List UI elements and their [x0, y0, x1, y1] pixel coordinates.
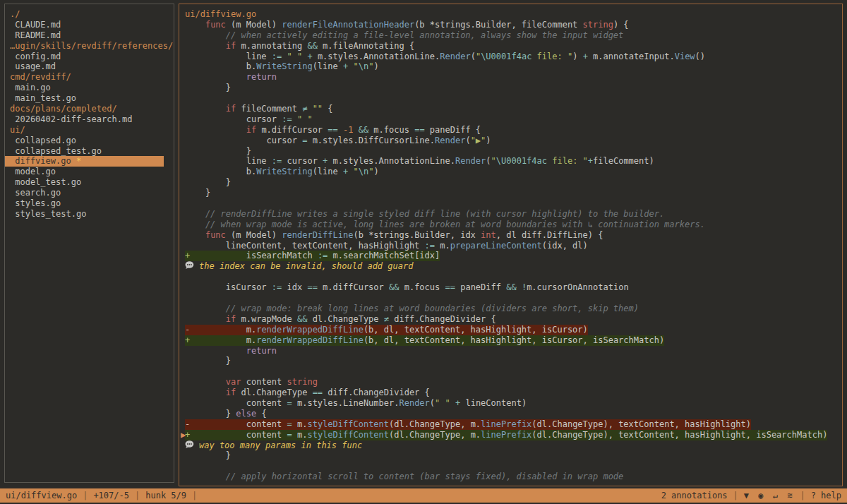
sidebar-file-item[interactable]: collapsed.go — [5, 136, 174, 146]
file-tree-pane: ./ CLAUDE.md README.md…ugin/skills/revdi… — [4, 4, 174, 483]
help-button[interactable]: ? help — [811, 491, 841, 500]
status-right: 2 annotations | ▼ ◉ ↵ ≋ | ? help — [661, 491, 841, 500]
sidebar-file-item[interactable]: model_test.go — [5, 177, 174, 188]
status-diff-stats: +107/-5 — [93, 491, 129, 500]
code-line[interactable]: var content string — [185, 377, 842, 388]
code-line[interactable]: isCursor := idx == m.diffCursor && m.foc… — [185, 282, 842, 293]
code-line[interactable]: ui/diffview.go — [185, 9, 842, 20]
code-line[interactable]: // when wrap mode is active, long lines … — [185, 220, 842, 230]
code-line[interactable]: func (m Model) renderFileAnnotationHeade… — [185, 20, 842, 30]
sidebar-dir-header[interactable]: ui/ — [5, 125, 174, 136]
app-window: ./ CLAUDE.md README.md…ugin/skills/revdi… — [0, 0, 847, 504]
status-left: ui/diffview.go | +107/-5 | hunk 5/9 | — [6, 491, 197, 500]
status-annotation-count: 2 annotations — [661, 491, 728, 500]
code-line[interactable]: content = m.styles.LineNumber.Render(" "… — [185, 398, 842, 409]
diff-view-pane[interactable]: ui/diffview.go func (m Model) renderFile… — [179, 4, 843, 486]
sidebar-file-item[interactable]: CLAUDE.md — [5, 20, 174, 30]
code-line[interactable]: return — [185, 346, 842, 356]
code-line[interactable] — [185, 93, 842, 104]
diff-add-line[interactable]: + isSearchMatch := m.searchMatchSet[idx] — [185, 251, 842, 261]
code-line[interactable]: line := " " + m.styles.AnnotationLine.Re… — [185, 52, 842, 62]
code-line[interactable]: lineContent, textContent, hasHighlight :… — [185, 241, 842, 251]
code-line[interactable]: } else { — [185, 409, 842, 419]
sidebar-dir-header[interactable]: docs/plans/completed/ — [5, 104, 174, 114]
status-bar: ui/diffview.go | +107/-5 | hunk 5/9 | 2 … — [0, 488, 847, 503]
code-line[interactable]: if m.wrapMode && dl.ChangeType ≠ diff.Ch… — [185, 314, 842, 325]
code-line[interactable]: b.WriteString(line + "\n") — [185, 61, 842, 72]
code-line[interactable]: if dl.ChangeType == diff.ChangeDivider { — [185, 388, 842, 398]
diff-add-line[interactable]: + m.renderWrappedDiffLine(b, dl, textCon… — [185, 335, 842, 346]
code-line[interactable]: } — [185, 356, 842, 366]
diff-cursor-icon: ▶ — [181, 430, 186, 440]
sidebar-file-item[interactable]: main_test.go — [5, 93, 174, 104]
code-line[interactable]: cursor := " " — [185, 114, 842, 125]
file-list: ./ CLAUDE.md README.md…ugin/skills/revdi… — [5, 9, 174, 220]
sidebar-file-item[interactable]: model.go — [5, 167, 174, 177]
code-line[interactable]: } — [185, 83, 842, 93]
code-line[interactable]: if fileComment ≠ "" { — [185, 104, 842, 114]
code-line[interactable]: } — [185, 177, 842, 188]
code-line[interactable]: } — [185, 146, 842, 157]
sidebar-file-item[interactable]: README.md — [5, 30, 174, 41]
sidebar-file-item[interactable]: 20260402-diff-search.md — [5, 114, 174, 125]
code-line[interactable] — [185, 461, 842, 472]
sidebar-file-item[interactable]: styles_test.go — [5, 209, 174, 220]
code-line[interactable]: if m.annotating && m.fileAnnotating { — [185, 41, 842, 52]
code-line[interactable] — [185, 366, 842, 377]
modified-star: * — [71, 156, 81, 166]
comment-bubble-icon — [185, 261, 195, 270]
code-line[interactable]: if m.diffCursor == -1 && m.focus == pane… — [185, 125, 842, 136]
code-line[interactable]: // wrap mode: break long lines at word b… — [185, 304, 842, 314]
annotation-text: the index can be invalid, should add gua… — [199, 261, 413, 271]
sidebar-file-item[interactable]: search.go — [5, 188, 174, 198]
code-content: ui/diffview.go func (m Model) renderFile… — [185, 9, 842, 482]
code-line[interactable]: return — [185, 72, 842, 83]
sidebar-file-item[interactable]: config.md — [5, 52, 174, 62]
code-line[interactable]: } — [185, 188, 842, 198]
code-line[interactable]: cursor = m.styles.DiffCursorLine.Render(… — [185, 136, 842, 146]
status-separator: | — [135, 491, 140, 500]
sidebar-file-item[interactable]: usage.md — [5, 61, 174, 72]
annotation-text: way too many params in this func — [199, 440, 362, 450]
code-line[interactable]: func (m Model) renderDiffLine(b *strings… — [185, 230, 842, 241]
diff-del-line[interactable]: - content = m.styleDiffContent(dl.Change… — [185, 419, 842, 430]
sidebar-file-item[interactable]: styles.go — [5, 198, 174, 209]
sidebar-dir-header[interactable]: cmd/revdiff/ — [5, 72, 174, 83]
sidebar-file-item[interactable]: main.go — [5, 83, 174, 93]
status-mode-icons[interactable]: ▼ ◉ ↵ ≋ — [744, 491, 795, 500]
sidebar-dir-header[interactable]: ./ — [5, 9, 174, 20]
sidebar-dir-header[interactable]: …ugin/skills/revdiff/references/ — [5, 41, 174, 52]
diff-add-line[interactable]: ▶+ content = m.styleDiffContent(dl.Chang… — [185, 430, 842, 440]
diff-del-line[interactable]: - m.renderWrappedDiffLine(b, dl, textCon… — [185, 325, 842, 335]
status-separator: | — [192, 491, 197, 500]
code-line[interactable] — [185, 293, 842, 304]
code-line[interactable]: // when actively editing a file-level an… — [185, 30, 842, 41]
status-filename: ui/diffview.go — [6, 491, 77, 500]
sidebar-file-item[interactable]: collapsed_test.go — [5, 146, 174, 157]
code-line[interactable]: line := cursor + m.styles.AnnotationLine… — [185, 156, 842, 167]
annotation-line[interactable]: the index can be invalid, should add gua… — [185, 261, 842, 272]
annotation-line[interactable]: way too many params in this func — [185, 440, 842, 451]
code-line[interactable]: // apply horizontal scroll to content (b… — [185, 472, 842, 482]
code-line[interactable] — [185, 272, 842, 282]
code-line[interactable] — [185, 198, 842, 209]
code-line[interactable]: b.WriteString(line + "\n") — [185, 167, 842, 177]
status-separator: | — [733, 491, 738, 500]
status-separator: | — [83, 491, 88, 500]
sidebar-file-item[interactable]: diffview.go * — [5, 156, 164, 167]
status-hunk-position: hunk 5/9 — [145, 491, 186, 500]
code-line[interactable]: } — [185, 450, 842, 461]
status-separator: | — [800, 491, 805, 500]
comment-bubble-icon — [185, 440, 195, 449]
code-line[interactable]: // renderDiffLine writes a single styled… — [185, 209, 842, 220]
